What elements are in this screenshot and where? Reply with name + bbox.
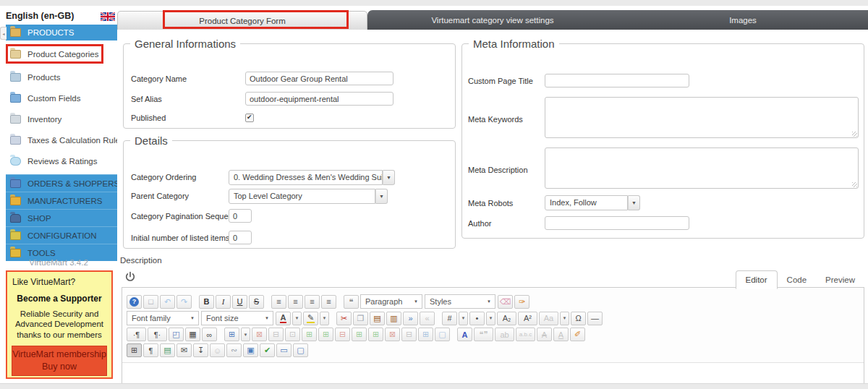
redo-icon[interactable]: ↷ xyxy=(176,295,192,309)
custom-page-title-input[interactable] xyxy=(545,74,689,87)
strikethrough-icon[interactable]: S xyxy=(249,295,264,309)
quotes-icon[interactable]: ❝❞ xyxy=(474,328,493,341)
paste-icon[interactable]: ▤ xyxy=(370,312,385,325)
highlight-color-menu-button[interactable]: ▼ xyxy=(320,312,329,325)
help-icon[interactable]: ? xyxy=(127,295,142,309)
insert-row-before-icon[interactable]: ⊞ xyxy=(302,328,317,341)
meta-description-textarea[interactable] xyxy=(545,148,859,189)
undo-icon[interactable]: ↶ xyxy=(160,295,175,309)
meta-keywords-textarea[interactable] xyxy=(545,97,859,138)
acronym-icon[interactable]: a.b.c xyxy=(516,328,535,341)
indent-icon[interactable]: » xyxy=(403,312,418,325)
case-change-icon[interactable]: Aa xyxy=(539,312,558,325)
sidebar-item-products[interactable]: ◂PRODUCTS xyxy=(6,25,117,40)
delete-table-icon[interactable]: ⊠ xyxy=(252,328,267,341)
ltr-paragraph-icon[interactable]: ·¶ xyxy=(127,328,146,341)
sidebar-item-manufacturers[interactable]: MANUFACTURERS xyxy=(6,192,117,209)
editor-content[interactable] xyxy=(122,363,864,383)
insert-col-after-icon[interactable]: ⊞ xyxy=(368,328,383,341)
underline-icon[interactable]: U xyxy=(232,295,247,309)
tab-virtuemart-category-view-settings[interactable]: Virtuemart category view settings xyxy=(367,10,618,30)
sidebar-item-configuration[interactable]: CONFIGURATION xyxy=(6,226,117,244)
cleanup-code-icon[interactable]: ✑ xyxy=(514,295,529,309)
split-cells-icon[interactable]: ⊟ xyxy=(401,328,417,341)
font-family-select[interactable]: Font family▼ xyxy=(127,311,199,325)
special-character-icon[interactable]: Ω xyxy=(571,312,586,325)
editor-tab-editor[interactable]: Editor xyxy=(736,270,778,289)
sidebar-item-product-categories[interactable]: Product Categories xyxy=(6,44,103,64)
row-properties-icon[interactable]: ⊟ xyxy=(268,328,284,341)
text-color-icon[interactable]: A xyxy=(276,312,291,325)
insert-row-after-icon[interactable]: ⊞ xyxy=(318,328,333,341)
parent-category-select[interactable]: Top Level Category ▼ xyxy=(229,189,388,204)
eraser-icon[interactable]: ⌫ xyxy=(498,295,513,309)
italic-icon[interactable]: I xyxy=(216,295,231,309)
insert-template-icon[interactable]: ✉ xyxy=(176,343,192,357)
horizontal-rule-advanced-icon[interactable]: ▭ xyxy=(276,343,292,357)
case-change-menu-button[interactable]: ▼ xyxy=(560,312,569,325)
align-left-icon[interactable]: ≡ xyxy=(271,295,286,309)
rtl-paragraph-icon[interactable]: ¶· xyxy=(148,328,167,341)
cut-icon[interactable]: ✂ xyxy=(336,312,352,325)
link-icon[interactable]: ∾ xyxy=(226,343,242,357)
font-size-select[interactable]: Font size▼ xyxy=(201,311,273,325)
ordered-list-menu-button[interactable]: ▼ xyxy=(459,312,468,325)
toggle-guidelines-icon[interactable]: ⊞ xyxy=(127,343,142,357)
find-replace-icon[interactable]: ∞ xyxy=(202,328,217,341)
image-icon[interactable]: ▣ xyxy=(243,343,258,357)
sidebar-item-custom-fields[interactable]: Custom Fields xyxy=(6,90,117,106)
sidebar-item-products[interactable]: Products xyxy=(6,69,117,85)
highlight-color-icon[interactable]: ✎ xyxy=(303,312,318,325)
styles-select[interactable]: Styles▼ xyxy=(425,294,495,309)
sef-alias-input[interactable] xyxy=(245,92,393,106)
abbreviation-icon[interactable]: ab xyxy=(495,328,514,341)
unordered-list-menu-button[interactable]: ▼ xyxy=(486,312,495,325)
anchor-icon[interactable]: ↧ xyxy=(193,343,208,357)
author-input[interactable] xyxy=(545,216,689,230)
table-border-toggle-icon[interactable]: ▢ xyxy=(435,328,450,341)
sidebar-item-orders-shoppers[interactable]: ORDERS & SHOPPERS xyxy=(6,174,117,192)
buy-membership-button[interactable]: VirtueMart membership Buy now xyxy=(12,346,107,376)
emotions-icon[interactable]: ☺ xyxy=(210,343,225,357)
initial-items-input[interactable] xyxy=(229,231,252,244)
bold-icon[interactable]: B xyxy=(199,295,214,309)
pagination-sequence-input[interactable] xyxy=(229,209,252,223)
category-name-input[interactable] xyxy=(245,72,393,85)
collapse-handle-icon[interactable]: ◂ xyxy=(0,27,7,40)
text-color-menu-button[interactable]: ▼ xyxy=(292,312,302,325)
insert-col-before-icon[interactable]: ⊞ xyxy=(352,328,367,341)
sidebar-item-taxes-calculation-rules[interactable]: Taxes & Calculation Rules xyxy=(6,132,117,148)
insert-table-icon[interactable]: ⊞ xyxy=(224,328,239,341)
subscript-icon[interactable]: A₂ xyxy=(497,312,516,325)
chevron-down-icon[interactable]: ▼ xyxy=(628,195,640,210)
tab-images[interactable]: Images xyxy=(618,10,868,30)
spellcheck-icon[interactable]: ✔ xyxy=(260,343,275,357)
insert-table-menu-button[interactable]: ▼ xyxy=(241,328,250,341)
new-document-icon[interactable]: □ xyxy=(143,295,158,309)
ordered-list-icon[interactable]: # xyxy=(442,312,457,325)
category-ordering-select[interactable]: 0. Wedding Dresses & Men's Wedding Suit.… xyxy=(229,170,395,185)
sidebar-item-inventory[interactable]: Inventory xyxy=(6,111,117,127)
blockquote-icon[interactable]: ❝ xyxy=(344,295,359,309)
align-right-icon[interactable]: ≡ xyxy=(305,295,320,309)
sidebar-item-shop[interactable]: SHOP xyxy=(6,209,117,226)
editor-tab-preview[interactable]: Preview xyxy=(816,271,864,288)
deleted-text-icon[interactable]: A xyxy=(537,328,552,341)
chevron-down-icon[interactable]: ▼ xyxy=(383,170,395,185)
delete-col-icon[interactable]: ⊠ xyxy=(385,328,400,341)
resize-handle-icon[interactable] xyxy=(852,132,857,137)
citation-icon[interactable]: ✐ xyxy=(570,328,585,341)
paste-as-text-icon[interactable]: ▥ xyxy=(386,312,401,325)
print-icon[interactable]: ▦ xyxy=(185,328,200,341)
unordered-list-icon[interactable]: • xyxy=(469,312,485,325)
font-select-icon[interactable]: A xyxy=(457,328,472,341)
page-properties-icon[interactable]: ▤ xyxy=(160,343,175,357)
cell-properties-icon[interactable]: ⊡ xyxy=(285,328,300,341)
published-checkbox[interactable] xyxy=(245,114,254,122)
align-justify-icon[interactable]: ≡ xyxy=(321,295,336,309)
paragraph-format-select[interactable]: Paragraph▼ xyxy=(360,294,422,309)
horizontal-line-icon[interactable]: — xyxy=(587,312,603,325)
resize-handle-icon[interactable] xyxy=(852,182,857,187)
editor-tab-code[interactable]: Code xyxy=(778,271,817,288)
merge-cells-icon[interactable]: ⊞ xyxy=(418,328,433,341)
